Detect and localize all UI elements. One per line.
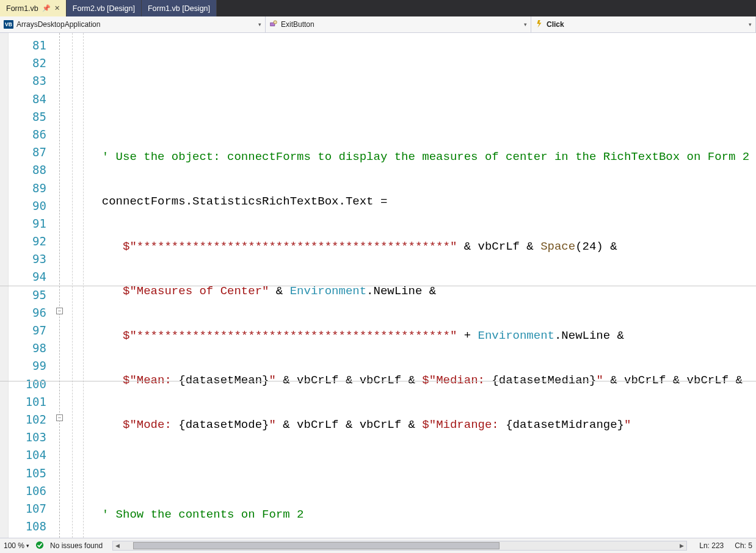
member-dropdown[interactable]: Click ▾: [531, 16, 756, 32]
status-bar: 100 % ▾ No issues found ◀ ▶ Ln: 223 Ch: …: [0, 538, 756, 553]
chevron-down-icon: ▾: [258, 21, 261, 27]
chevron-down-icon: ▾: [524, 21, 527, 27]
project-name: ArraysDesktopApplication: [16, 20, 100, 29]
vb-icon: VB: [4, 20, 13, 29]
tab-form1-vb[interactable]: Form1.vb 📌 ✕: [0, 0, 67, 16]
member-name: Click: [547, 20, 564, 29]
cursor-position: Ln: 223 Ch: 5: [699, 541, 752, 550]
tab-label: Form1.vb [Design]: [148, 4, 210, 13]
scroll-left-arrow[interactable]: ◀: [113, 543, 122, 549]
check-icon: [35, 541, 44, 551]
fold-toggle[interactable]: −: [56, 308, 63, 314]
tab-label: Form1.vb: [6, 4, 38, 13]
file-tabs: Form1.vb 📌 ✕ Form2.vb [Design] Form1.vb …: [0, 0, 756, 16]
svg-point-2: [36, 541, 43, 548]
pin-icon[interactable]: 📌: [42, 4, 51, 12]
project-dropdown[interactable]: VB ArraysDesktopApplication ▾: [0, 16, 266, 32]
issues-text[interactable]: No issues found: [50, 541, 103, 550]
zoom-level[interactable]: 100 % ▾: [4, 541, 29, 550]
scroll-right-arrow[interactable]: ▶: [677, 543, 686, 549]
tab-label: Form2.vb [Design]: [73, 4, 135, 13]
object-icon: [269, 20, 278, 30]
horizontal-scrollbar[interactable]: ◀ ▶: [112, 541, 687, 551]
navigation-bar: VB ArraysDesktopApplication ▾ ExitButton…: [0, 16, 756, 33]
fold-toggle[interactable]: −: [56, 414, 63, 421]
event-icon: [535, 20, 543, 30]
chevron-down-icon: ▾: [749, 21, 752, 27]
tab-form1-design[interactable]: Form1.vb [Design]: [142, 0, 217, 16]
chevron-down-icon: ▾: [26, 543, 29, 549]
svg-point-1: [274, 20, 277, 23]
code-editor[interactable]: 81 82 83 84 85 86 87 88 89 90 91 92 93 9…: [0, 33, 756, 538]
object-name: ExitButton: [281, 20, 314, 29]
code-area[interactable]: ' Use the object: connectForms to displa…: [88, 33, 756, 538]
object-dropdown[interactable]: ExitButton ▾: [266, 16, 531, 32]
scrollbar-thumb[interactable]: [133, 542, 500, 549]
tab-form2-design[interactable]: Form2.vb [Design]: [67, 0, 142, 16]
close-icon[interactable]: ✕: [54, 4, 60, 12]
